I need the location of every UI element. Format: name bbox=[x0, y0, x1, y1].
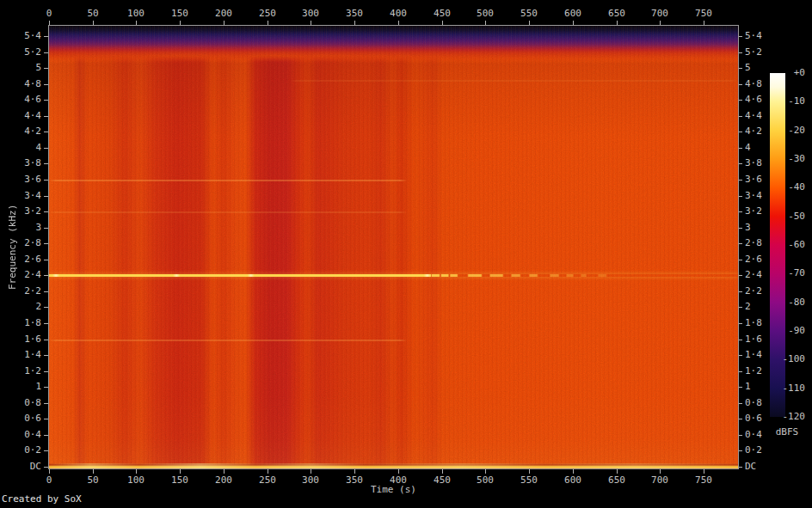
time-tick bbox=[224, 469, 225, 474]
time-tick bbox=[268, 469, 268, 474]
dbfs-tick-label: -50 bbox=[781, 211, 805, 222]
time-tick bbox=[93, 469, 94, 474]
freq-tick-label: 1 bbox=[745, 382, 751, 392]
time-tick-label: 50 bbox=[87, 9, 98, 19]
freq-tick-label: 1·6 bbox=[24, 334, 41, 345]
freq-tick-label: 5·4 bbox=[24, 31, 41, 41]
dbfs-tick-label: +0 bbox=[781, 68, 805, 78]
freq-tick-label: 1·6 bbox=[745, 334, 762, 345]
freq-tick-label: 1·2 bbox=[745, 366, 762, 376]
time-tick bbox=[49, 469, 50, 474]
freq-tick-label: 2·4 bbox=[745, 270, 762, 280]
freq-tick-label: 4·8 bbox=[24, 79, 41, 89]
dbfs-tick-label: -30 bbox=[781, 154, 805, 164]
spectrogram-plot bbox=[48, 25, 739, 469]
freq-tick-label: 4 bbox=[35, 143, 41, 153]
freq-tick-label: 2·8 bbox=[24, 238, 41, 248]
time-tick-label: 400 bbox=[390, 9, 407, 19]
dbfs-tick-label: -100 bbox=[781, 354, 805, 364]
freq-tick-label: 1·8 bbox=[24, 318, 41, 328]
freq-tick-label: 4·6 bbox=[24, 95, 41, 105]
freq-tick-label: 1 bbox=[35, 382, 41, 392]
freq-tick-label: DC bbox=[745, 462, 756, 472]
x-axis-top: 0501001502002503003504004505005506006507… bbox=[49, 0, 738, 25]
freq-tick-label: 0·2 bbox=[24, 445, 41, 456]
sox-credit: Created by SoX bbox=[2, 493, 82, 505]
freq-tick-label: 2·6 bbox=[24, 254, 41, 265]
time-tick-label: 150 bbox=[171, 9, 188, 19]
freq-tick-label: 4·2 bbox=[24, 126, 41, 137]
time-tick bbox=[180, 469, 181, 474]
time-tick bbox=[398, 469, 399, 474]
dbfs-tick-label: -80 bbox=[781, 297, 805, 308]
freq-tick-label: 3·4 bbox=[745, 191, 762, 201]
dbfs-tick-label: -120 bbox=[781, 412, 805, 422]
freq-tick-label: 2 bbox=[35, 302, 41, 312]
noise-texture bbox=[49, 26, 738, 468]
time-tick-label: 650 bbox=[608, 9, 625, 19]
time-tick-label: 600 bbox=[564, 9, 581, 19]
dbfs-tick-label: -40 bbox=[781, 182, 805, 193]
freq-tick-label: 3·8 bbox=[24, 158, 41, 168]
freq-tick-label: 2 bbox=[745, 302, 751, 312]
x-axis-title: Time (s) bbox=[49, 484, 738, 495]
dbfs-tick-label: -20 bbox=[781, 125, 805, 136]
freq-tick-label: 2·2 bbox=[745, 286, 762, 297]
time-tick-label: 350 bbox=[346, 9, 363, 19]
dbfs-tick-label: -110 bbox=[781, 383, 805, 394]
time-tick bbox=[704, 469, 704, 474]
freq-tick-label: 3·2 bbox=[745, 206, 762, 217]
time-tick-label: 700 bbox=[651, 9, 668, 19]
time-tick bbox=[354, 469, 355, 474]
freq-tick-label: 2·4 bbox=[24, 270, 41, 280]
time-tick-label: 750 bbox=[695, 9, 712, 19]
time-tick-label: 300 bbox=[302, 9, 319, 19]
time-tick-label: 450 bbox=[434, 9, 451, 19]
freq-tick-label: 3 bbox=[745, 223, 751, 233]
freq-tick-label: 4·6 bbox=[745, 95, 762, 105]
freq-tick-label: 5·2 bbox=[745, 47, 762, 58]
time-tick bbox=[485, 469, 486, 474]
freq-tick-label: 3·6 bbox=[24, 174, 41, 185]
time-tick-label: 0 bbox=[46, 9, 52, 19]
freq-tick-label: 0·6 bbox=[24, 413, 41, 424]
freq-tick-label: 0·6 bbox=[745, 413, 762, 424]
time-tick-label: 100 bbox=[127, 9, 145, 19]
dbfs-tick-label: -90 bbox=[781, 326, 805, 336]
freq-tick-label: 3·6 bbox=[745, 174, 762, 185]
y-axis-left: 5·45·254·84·64·44·243·83·63·43·232·82·62… bbox=[0, 26, 48, 468]
time-tick-label: 200 bbox=[215, 9, 232, 19]
freq-tick-label: 1·4 bbox=[24, 350, 41, 360]
dbfs-tick-label: -10 bbox=[781, 96, 805, 107]
freq-tick-label: 0·4 bbox=[24, 430, 41, 440]
freq-tick-label: 0·8 bbox=[745, 398, 762, 408]
freq-tick-label: 4·2 bbox=[745, 126, 762, 137]
freq-tick-label: 0·4 bbox=[745, 430, 762, 440]
freq-tick-label: 5 bbox=[745, 63, 751, 73]
time-tick bbox=[311, 469, 311, 474]
freq-tick-label: 3·8 bbox=[745, 158, 762, 168]
time-tick bbox=[529, 469, 530, 474]
dc-bright-line bbox=[49, 463, 738, 468]
freq-tick-label: 0·2 bbox=[745, 445, 762, 456]
freq-tick-label: 1·2 bbox=[24, 366, 41, 376]
time-tick-label: 250 bbox=[259, 9, 276, 19]
time-tick bbox=[617, 469, 618, 474]
time-tick bbox=[442, 469, 443, 474]
freq-tick-label: 5·4 bbox=[745, 31, 762, 41]
time-tick-label: 500 bbox=[477, 9, 494, 19]
y-axis-right: 5·45·254·84·64·44·243·83·63·43·232·82·62… bbox=[738, 26, 772, 468]
time-tick bbox=[136, 469, 137, 474]
freq-tick-label: 2·6 bbox=[745, 254, 762, 265]
freq-tick-label: 4 bbox=[745, 143, 751, 153]
dbfs-tick-label: -70 bbox=[781, 268, 805, 278]
freq-tick-label: 1·8 bbox=[745, 318, 762, 328]
freq-tick-label: 0·8 bbox=[24, 398, 41, 408]
dbfs-tick-label: -60 bbox=[781, 240, 805, 250]
freq-tick-label: 4·8 bbox=[745, 79, 762, 89]
freq-tick-label: 3·2 bbox=[24, 206, 41, 217]
freq-tick-label: 4·4 bbox=[745, 111, 762, 121]
freq-tick-label: DC bbox=[30, 462, 41, 472]
time-tick-label: 550 bbox=[520, 9, 538, 19]
spectrogram-window: Frequency (kHz) 050100150200250300350400… bbox=[0, 0, 812, 508]
